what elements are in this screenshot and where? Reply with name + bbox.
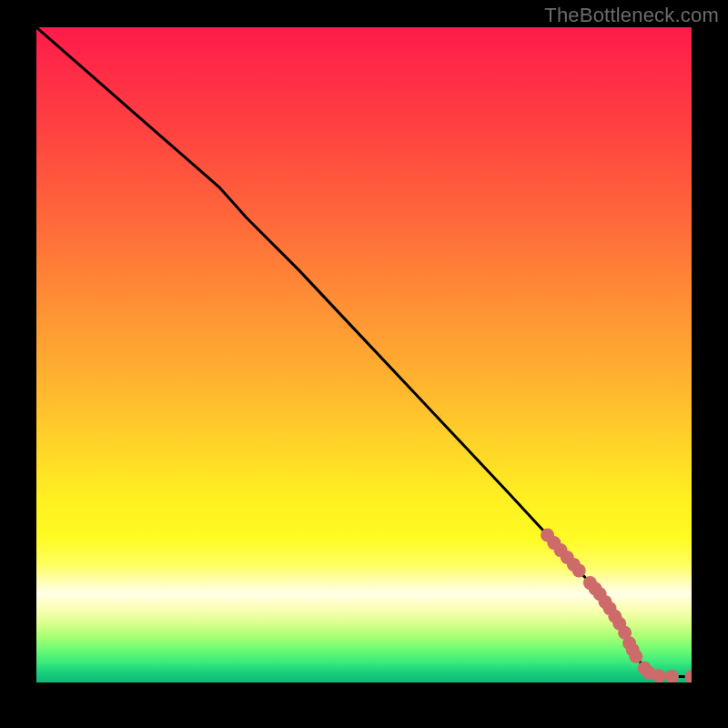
plot-area — [36, 27, 692, 682]
watermark-text: TheBottleneck.com — [544, 4, 719, 27]
marker-dot — [572, 563, 586, 577]
marker-group — [541, 529, 692, 683]
chart-overlay — [36, 27, 692, 682]
marker-dot — [665, 670, 679, 682]
marker-dot — [629, 650, 642, 663]
marker-dot — [652, 669, 666, 682]
chart-frame: TheBottleneck.com — [0, 0, 728, 728]
marker-dot — [685, 670, 693, 682]
